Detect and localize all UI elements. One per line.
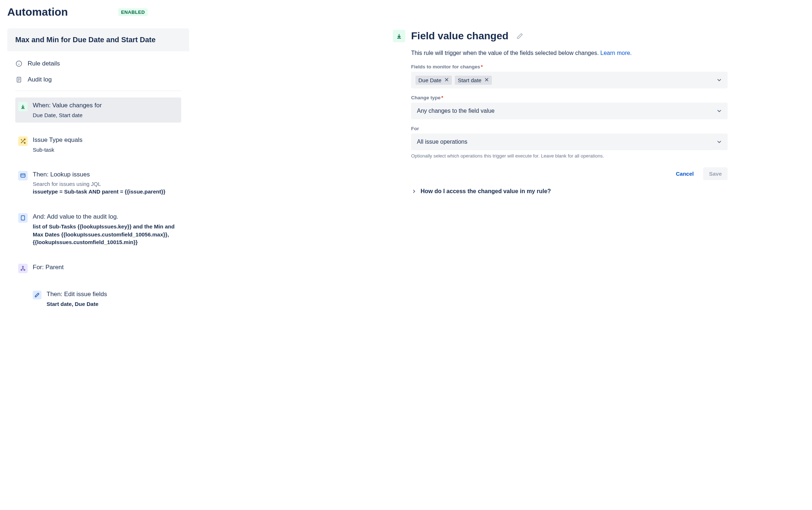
audit-log-link[interactable]: Audit log [15,72,181,88]
detail-description: This rule will trigger when the value of… [411,49,728,57]
cancel-button[interactable]: Cancel [670,167,700,180]
audit-icon [18,213,28,223]
change-type-select[interactable]: Any changes to the field value [411,103,728,119]
for-value: All issue operations [415,139,467,145]
for-help-text: Optionally select which operations this … [411,153,728,159]
clipboard-icon [15,76,23,83]
svg-point-15 [22,266,23,267]
chevron-down-icon [716,139,723,145]
chevron-down-icon [716,108,723,114]
divider [15,91,181,91]
condition-icon [18,136,28,146]
remove-due-date-icon[interactable]: ✕ [444,77,449,83]
rule-details-label: Rule details [28,60,60,67]
step-lookup-jql: issuetype = Sub-task AND parent = {{issu… [33,188,178,196]
step-audit-content: list of Sub-Tasks {{lookupIssues.key}} a… [33,223,178,246]
page-title: Automation [7,6,68,18]
step-audit-title: And: Add value to the audit log. [33,212,178,221]
step-branch[interactable]: For: Parent [15,259,181,277]
step-edit-fields: Start date, Due Date [47,300,178,308]
step-trigger-sub: Due Date, Start date [33,111,178,119]
step-lookup-title: Then: Lookup issues [33,170,178,179]
step-trigger[interactable]: When: Value changes for Due Date, Start … [15,97,181,123]
step-branch-title: For: Parent [33,263,178,272]
for-select[interactable]: All issue operations [411,134,728,150]
fields-label: Fields to monitor for changes* [411,64,728,69]
trigger-icon [18,102,28,111]
lookup-icon [18,171,28,180]
step-audit[interactable]: And: Add value to the audit log. list of… [15,209,181,250]
branch-icon [18,264,28,273]
detail-panel: Field value changed This rule will trigg… [393,28,728,195]
help-expander[interactable]: How do I access the changed value in my … [411,188,728,195]
status-badge: ENABLED [118,8,148,16]
step-condition-title: Issue Type equals [33,136,178,144]
rule-name: Max and Min for Due Date and Start Date [7,28,189,51]
rule-panel: Max and Min for Due Date and Start Date … [7,28,189,321]
step-condition[interactable]: Issue Type equals Sub-task [15,132,181,157]
change-type-value: Any changes to the field value [415,108,494,114]
step-lookup-sub: Search for issues using JQL [33,180,178,188]
fields-select[interactable]: Due Date ✕ Start date ✕ [411,72,728,88]
edit-title-icon[interactable] [517,33,523,39]
step-trigger-title: When: Value changes for [33,101,178,110]
svg-rect-14 [21,216,24,220]
remove-start-date-icon[interactable]: ✕ [484,77,489,83]
help-expander-label: How do I access the changed value in my … [421,188,551,195]
step-edit-title: Then: Edit issue fields [47,290,178,299]
edit-icon [33,291,41,299]
step-edit[interactable]: Then: Edit issue fields Start date, Due … [30,286,181,312]
learn-more-link[interactable]: Learn more. [600,50,632,56]
chip-start-date: Start date ✕ [455,76,492,85]
for-label: For [411,126,728,131]
audit-log-label: Audit log [28,76,52,83]
svg-rect-12 [21,174,25,177]
info-icon [15,60,23,67]
detail-title: Field value changed [411,30,509,42]
step-condition-sub: Sub-task [33,146,178,154]
step-lookup[interactable]: Then: Lookup issues Search for issues us… [15,167,181,200]
detail-trigger-icon [393,30,405,42]
chip-due-date: Due Date ✕ [415,76,452,85]
change-type-label: Change type* [411,95,728,100]
save-button: Save [703,167,728,180]
rule-details-link[interactable]: Rule details [15,56,181,72]
chevron-right-icon [411,188,417,194]
chevron-down-icon [716,77,723,83]
svg-line-11 [21,139,22,140]
